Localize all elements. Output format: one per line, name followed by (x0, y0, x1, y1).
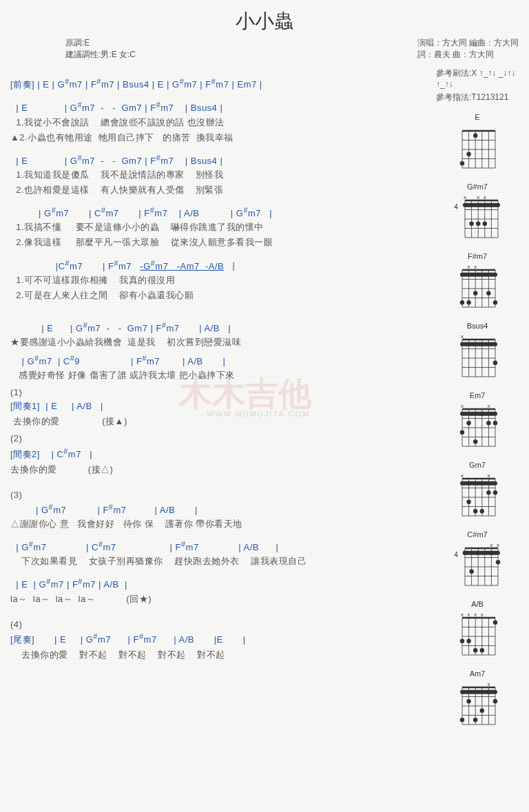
svg-point-106 (486, 490, 490, 495)
svg-rect-46 (460, 273, 497, 277)
ref-finger: 參考指法:T1213121 (436, 92, 519, 103)
b3-r1-chords: | G#m7 | F#m7 | A/B | (10, 503, 429, 515)
v-r1-l1: 1.我從小不會說話 總會說些不該說的話 也沒辦法 (10, 116, 429, 129)
svg-point-145 (480, 648, 484, 652)
svg-text:x: x (487, 403, 490, 409)
c-r2-chords: | G#m7 | C#9 | F#m7 | A/B | (10, 354, 429, 366)
intro-chords: | E | G#m7 | F#m7 | Bsus4 | E | G#m7 | F… (34, 79, 262, 90)
svg-point-165 (466, 699, 470, 703)
svg-point-85 (480, 412, 484, 416)
svg-rect-66 (460, 342, 497, 346)
svg-text:x: x (461, 333, 464, 340)
svg-point-146 (493, 621, 497, 625)
num4: (4) (10, 619, 429, 629)
b3-r2-l: 下次如果看見 女孩子別再猶豫你 趕快跑去她外衣 讓我表現自己 (10, 555, 429, 568)
chord-diagram-gm7: G#m74xxx (436, 183, 519, 242)
svg-point-84 (473, 439, 477, 444)
v-r4-l2: 2.可是在人來人往之間 卻有小蟲還我心願 (10, 289, 429, 302)
svg-point-142 (460, 639, 464, 643)
side-panel: 參考刷法:X ↑_↑↓ _↓↑↓ ↑_↑↓ 參考指法:T1213121 EG#m… (436, 67, 519, 733)
svg-rect-122 (463, 551, 500, 555)
chord-diagram-am7: Am7x (436, 669, 519, 729)
v-r1-chords: | E | G#m7 - - Gm7 | F#m7 | Bsus4 | (10, 101, 429, 113)
svg-point-51 (493, 300, 497, 304)
svg-point-166 (473, 718, 477, 722)
svg-point-50 (486, 291, 490, 295)
b2-label: [間奏2] (10, 449, 40, 459)
svg-point-167 (480, 709, 484, 713)
svg-point-47 (460, 300, 464, 304)
v-r4-l1: 1.可不可這樣跟你相擁 我真的很沒用 (10, 274, 429, 287)
b3-r2-chords: | G#m7 | C#m7 | F#m7 | A/B | (10, 540, 429, 552)
svg-point-125 (476, 551, 480, 555)
svg-text:x: x (468, 612, 470, 618)
svg-point-12 (460, 161, 464, 165)
num3: (3) (10, 490, 429, 500)
svg-point-13 (466, 152, 470, 156)
svg-text:x: x (484, 194, 486, 200)
svg-point-86 (486, 421, 490, 425)
v-r2-l1: 1.我知道我是傻瓜 我不是說情話的專家 別怪我 (10, 169, 429, 181)
v-r1-l2: ▲2.小蟲也有牠用途 牠用自己摔下 的痛苦 換我幸福 (10, 132, 429, 144)
ref-strum: 參考刷法:X ↑_↑↓ _↓↑↓ ↑_↑↓ (436, 67, 519, 89)
svg-point-164 (460, 718, 464, 722)
v-r3-chords: | G#m7 | C#m7 | F#m7 | A/B | G#m7 | (10, 206, 429, 218)
b3-r1-l: △謝謝你心 意 我會好好 待你 保 護著你 帶你看天地 (10, 518, 429, 530)
meta-row: 原調:E 建議調性:男:E 女:C 演唱：方大同 編曲：方大同 詞：農夫 曲：方… (10, 37, 519, 61)
meta-suggest: 建議調性:男:E 女:C (65, 49, 136, 61)
svg-point-49 (473, 291, 477, 295)
num2: (2) (10, 433, 429, 444)
outro-chords: | E | G#m7 | F#m7 | A/B |E | (34, 634, 245, 645)
svg-point-107 (493, 490, 497, 495)
svg-point-28 (469, 222, 473, 226)
svg-point-124 (469, 570, 473, 574)
c-r1-l: ★要感謝這小小蟲給我機會 這是我 初次嘗到戀愛滋味 (10, 336, 429, 348)
svg-point-30 (482, 222, 486, 226)
svg-point-169 (493, 699, 497, 703)
svg-point-67 (493, 361, 497, 365)
svg-rect-163 (460, 690, 497, 694)
meta-key: 原調:E (65, 37, 136, 49)
b1-chords: | E | A/B | (40, 401, 103, 411)
svg-point-105 (480, 509, 484, 513)
svg-point-126 (489, 551, 493, 555)
svg-rect-102 (460, 481, 497, 486)
svg-text:x: x (468, 264, 470, 270)
svg-point-29 (476, 222, 480, 226)
svg-text:x: x (461, 403, 464, 409)
svg-text:x: x (477, 194, 479, 200)
svg-text:x: x (497, 542, 499, 548)
v-r2-chords: | E | G#m7 - - Gm7 | F#m7 | Bsus4 | (10, 154, 429, 166)
chord-diagram-e: E (436, 113, 519, 173)
svg-point-14 (473, 134, 477, 138)
meta-credits2: 詞：農夫 曲：方大同 (417, 49, 519, 61)
chord-diagram-bsus4: Bsus4x (436, 322, 519, 382)
svg-point-127 (496, 560, 500, 564)
song-title: 小小蟲 (10, 8, 519, 34)
svg-text:x: x (487, 681, 490, 687)
v-r2-l2: 2.也許相愛是這樣 有人快樂就有人受傷 別緊張 (10, 184, 429, 196)
svg-point-123 (463, 551, 467, 555)
b1-label: [間奏1] (10, 401, 40, 411)
b3-r3-l: la～ la～ la～ la～ (回★) (10, 593, 429, 605)
svg-text:x: x (461, 472, 464, 479)
chord-diagram-fm7: F#m7xx (436, 252, 519, 312)
svg-point-48 (466, 300, 470, 304)
svg-point-104 (473, 509, 477, 513)
svg-rect-81 (460, 412, 497, 416)
svg-point-144 (473, 648, 477, 652)
c-r2-l: 感覺好奇怪 好像 傷害了誰 或許我太壞 把小蟲摔下來 (10, 369, 429, 382)
chord-sheet: [前奏] | E | G#m7 | F#m7 | Bsus4 | E | G#m… (10, 67, 436, 733)
num1: (1) (10, 387, 429, 397)
svg-point-82 (460, 430, 464, 435)
svg-point-168 (486, 690, 490, 694)
svg-text:x: x (474, 612, 477, 618)
meta-credits1: 演唱：方大同 編曲：方大同 (417, 37, 519, 49)
svg-text:x: x (487, 472, 490, 479)
chord-diagram-cm7: C#m74xx (436, 530, 519, 590)
svg-point-83 (466, 421, 470, 425)
svg-text:x: x (464, 194, 466, 200)
svg-rect-27 (463, 203, 500, 207)
c-r1-chords: | E | G#m7 - - Gm7 | F#m7 | A/B | (10, 321, 429, 333)
svg-text:x: x (481, 612, 484, 618)
